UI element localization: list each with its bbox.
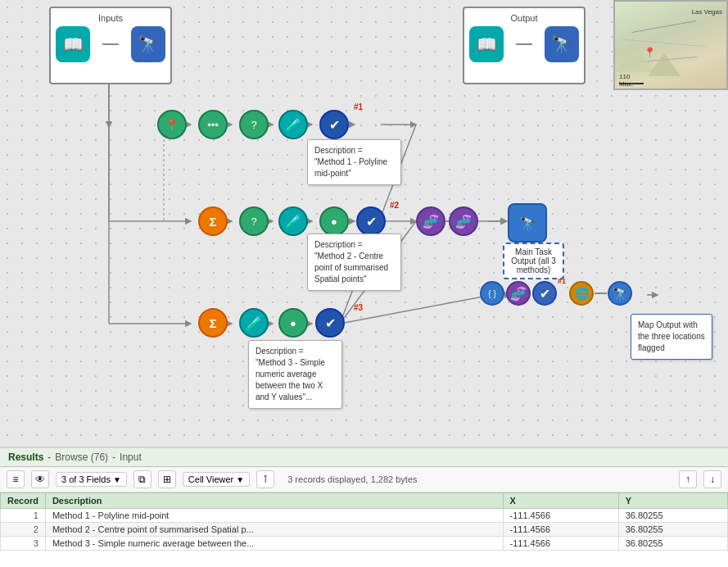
eye-icon-btn[interactable]: 👁 (31, 470, 49, 488)
check-icon-r4[interactable]: ✔ (532, 281, 557, 306)
col-description[interactable]: Description (45, 493, 503, 509)
dna-icon-r4a[interactable]: 🧬 (506, 281, 531, 306)
output-label: Output (469, 13, 579, 23)
formula-icon-r1[interactable]: 🧪 (278, 110, 308, 139)
table-header-row: Record Description X Y (1, 493, 728, 509)
check-icon-r3[interactable]: ✔ (315, 308, 345, 338)
cell-x: -111.4566 (503, 509, 618, 523)
cell-x: -111.4566 (503, 537, 618, 551)
dna-icon-r2b[interactable]: 🧬 (449, 206, 478, 236)
cell-description: Method 2 - Centre point of summarised Sp… (45, 523, 503, 537)
output-connector (516, 43, 531, 45)
bookmark-icon-btn[interactable]: ⊺ (256, 470, 274, 488)
bracket-icon[interactable]: { } (480, 281, 504, 306)
cell-viewer-button[interactable]: Cell Viewer ▼ (183, 472, 250, 487)
formula-icon-r2[interactable]: 🧪 (278, 206, 308, 236)
inputs-binoculars-icon[interactable]: 🔭 (131, 26, 165, 62)
label-2: #2 (390, 201, 399, 210)
fields-button[interactable]: 3 of 3 Fields ▼ (56, 472, 127, 487)
dna-icon-r2a[interactable]: 🧬 (416, 206, 445, 236)
results-toolbar: ≡ 👁 3 of 3 Fields ▼ ⧉ ⊞ Cell Viewer ▼ ⊺ … (0, 467, 728, 492)
results-title: Results (8, 451, 43, 463)
workflow-canvas: Inputs 📖 🔭 Output 📖 🔭 📍 ••• ? 🧪 ✔ #1 Des… (0, 0, 728, 447)
fields-chevron-icon: ▼ (113, 475, 121, 484)
tooltip-2: Description = "Method 2 - Centre point o… (307, 234, 401, 291)
grid-icon-btn[interactable]: ⊞ (158, 470, 176, 488)
main-task-output-label: Main Task Output (all 3 methods) (503, 243, 564, 279)
copy-icon-btn[interactable]: ⧉ (133, 470, 151, 488)
question-icon-r1[interactable]: ? (239, 110, 269, 139)
connector-globe (595, 293, 607, 294)
cell-y: 36.80255 (618, 509, 727, 523)
formula-icon-r3[interactable]: 🧪 (239, 308, 269, 338)
map-output-label: Map Output with the three locations flag… (631, 314, 712, 360)
question-icon-r2[interactable]: ? (239, 206, 269, 236)
inputs-connector (102, 43, 118, 45)
output-book-icon[interactable]: 📖 (469, 26, 504, 62)
cell-record: 1 (1, 509, 46, 523)
cell-record: 3 (1, 537, 46, 551)
results-separator-2: - (112, 451, 115, 463)
results-browse[interactable]: Browse (76) (55, 451, 108, 463)
results-separator-1: - (47, 451, 51, 463)
table-row[interactable]: 1 Method 1 - Polyline mid-point -111.456… (1, 509, 728, 523)
col-y[interactable]: Y (618, 493, 727, 509)
cell-y: 36.80255 (618, 537, 727, 551)
col-x[interactable]: X (503, 493, 618, 509)
table-row[interactable]: 2 Method 2 - Centre point of summarised … (1, 523, 728, 537)
circle-icon-r3[interactable]: ● (278, 308, 308, 338)
main-output-binoculars[interactable]: 🔭 (508, 203, 547, 243)
location-pin-icon-r1[interactable]: 📍 (157, 110, 187, 139)
inputs-label: Inputs (56, 13, 165, 23)
label-1: #1 (354, 102, 363, 111)
circle-icon-r2[interactable]: ● (319, 206, 349, 236)
label-1-small: #1 (558, 277, 566, 285)
sigma-icon-r2[interactable]: Σ (198, 206, 228, 236)
tooltip-1: Description = "Method 1 - Polyline mid-p… (307, 139, 401, 185)
cell-description: Method 3 - Simple numeric average betwee… (45, 537, 503, 551)
map-las-vegas-label: Las Vegas (692, 8, 722, 16)
cell-viewer-chevron-icon: ▼ (236, 475, 244, 484)
tooltip-3: Description = "Method 3 - Simple numeric… (248, 340, 342, 409)
results-header: Results - Browse (76) - Input (0, 448, 728, 467)
results-table: Record Description X Y 1 Method 1 - Poly… (0, 492, 728, 567)
sigma-icon-r3[interactable]: Σ (198, 308, 228, 338)
cell-description: Method 1 - Polyline mid-point (45, 509, 503, 523)
inputs-node-box: Inputs 📖 🔭 (49, 7, 172, 84)
map-thumbnail: 📍 Las Vegas 110 Max: 185 m (613, 0, 728, 90)
output-node-box: Output 📖 🔭 (463, 7, 586, 84)
table-row[interactable]: 3 Method 3 - Simple numeric average betw… (1, 537, 728, 551)
filter-icon-btn[interactable]: ≡ (7, 470, 25, 488)
cell-y: 36.80255 (618, 523, 727, 537)
scroll-up-btn[interactable]: ↑ (679, 470, 697, 488)
data-table: Record Description X Y 1 Method 1 - Poly… (0, 492, 728, 551)
col-record[interactable]: Record (1, 493, 46, 509)
table-body: 1 Method 1 - Polyline mid-point -111.456… (1, 509, 728, 551)
map-scale-label: 110 Max: 185 m (619, 73, 644, 91)
check-icon-r1[interactable]: ✔ (319, 110, 349, 139)
settings-icon-r1[interactable]: ••• (198, 110, 228, 139)
results-panel: Results - Browse (76) - Input ≡ 👁 3 of 3… (0, 447, 728, 567)
binoculars-icon-r4[interactable]: 🔭 (608, 281, 632, 306)
label-3: #3 (354, 303, 363, 312)
records-info: 3 records displayed, 1,282 bytes (287, 474, 417, 484)
cell-viewer-label: Cell Viewer (188, 474, 233, 484)
globe-icon[interactable]: 🌐 (569, 281, 594, 306)
cell-record: 2 (1, 523, 46, 537)
scroll-down-btn[interactable]: ↓ (703, 470, 721, 488)
cell-x: -111.4566 (503, 523, 618, 537)
output-binoculars-icon[interactable]: 🔭 (545, 26, 579, 62)
check-icon-r2[interactable]: ✔ (356, 206, 386, 236)
inputs-book-icon[interactable]: 📖 (56, 26, 90, 62)
fields-count-label: 3 of 3 Fields (61, 474, 111, 484)
results-input[interactable]: Input (120, 451, 142, 463)
